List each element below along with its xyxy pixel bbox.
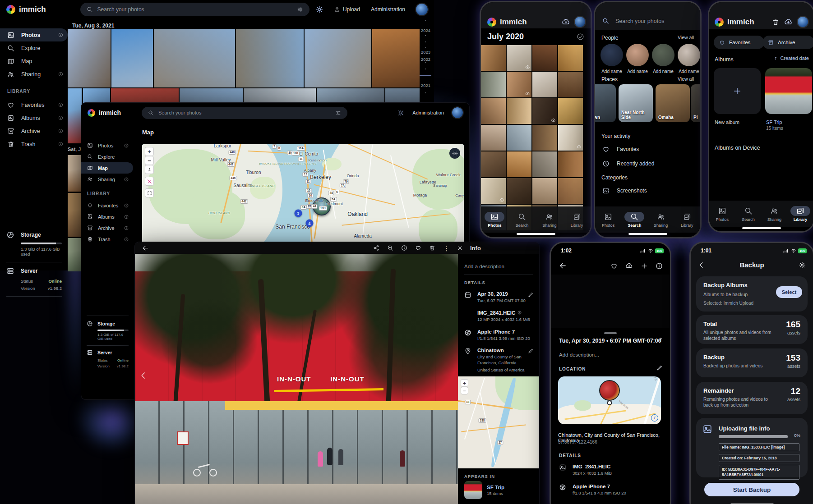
tab-photos[interactable]: Photos [481, 212, 508, 228]
photo-tile[interactable] [532, 178, 557, 204]
gear-icon[interactable] [799, 261, 806, 269]
place-card[interactable]: Near North Side [619, 84, 653, 122]
add-name-label[interactable]: Add name [678, 69, 700, 74]
album-link[interactable]: SF Trip 15 items [464, 481, 504, 499]
list-item-recently-added[interactable]: Recently added [595, 156, 700, 171]
avatar[interactable] [575, 17, 585, 27]
photo-tile[interactable] [481, 178, 506, 204]
administration-link[interactable]: Administration [371, 6, 405, 13]
sidebar-item-archive[interactable]: Archive [0, 124, 68, 137]
sidebar-item-explore[interactable]: Explore [81, 151, 133, 162]
upload-cloud-icon[interactable] [625, 262, 633, 270]
map-fullscreen-button[interactable] [145, 188, 154, 197]
add-icon[interactable] [641, 262, 648, 270]
list-item-screenshots[interactable]: Screenshots [595, 183, 700, 198]
detail-map[interactable]: 1828827 + − [458, 376, 539, 468]
photo-area[interactable] [551, 275, 670, 328]
info-icon[interactable] [124, 237, 129, 242]
edit-pencil-icon[interactable] [528, 292, 534, 298]
map-cluster-marker[interactable]: 3 [294, 209, 302, 217]
photo-tile[interactable] [532, 45, 557, 71]
theme-toggle-sun-icon[interactable] [397, 110, 404, 116]
map-zoom-in-button[interactable]: + [461, 379, 468, 387]
search-input[interactable]: Search your photos [142, 107, 347, 119]
person-face[interactable]: Add name [678, 44, 700, 74]
info-icon[interactable] [58, 128, 63, 133]
upload-button[interactable]: Upload [334, 6, 360, 13]
place-card[interactable]: natown [594, 84, 616, 122]
photo-tile[interactable] [68, 88, 82, 143]
sidebar-item-sharing[interactable]: Sharing [0, 68, 68, 81]
photo-tile[interactable] [558, 72, 583, 97]
person-face[interactable]: Add name [601, 44, 623, 74]
sidebar-item-photos[interactable]: Photos [81, 140, 133, 151]
photo-tile[interactable] [507, 72, 531, 97]
photo-tile[interactable] [507, 151, 531, 177]
photo-tile[interactable] [532, 151, 557, 177]
immich-logo[interactable]: immich [6, 5, 46, 14]
immich-logo[interactable]: immich [88, 109, 121, 117]
map-settings-button[interactable] [449, 148, 460, 159]
favorites-button[interactable]: Favorites [714, 36, 764, 49]
select-button[interactable]: Select [776, 286, 802, 298]
map-photo-marker[interactable] [599, 380, 620, 401]
photo-tile[interactable] [111, 29, 153, 87]
photo-tile[interactable] [481, 45, 506, 71]
tab-photos[interactable]: Photos [709, 206, 735, 222]
tab-sharing[interactable]: Sharing [536, 212, 564, 228]
theme-toggle-sun-icon[interactable] [316, 6, 323, 13]
search-input[interactable]: Search your photos [80, 3, 309, 16]
home-indicator[interactable] [742, 227, 781, 229]
tab-search[interactable]: Search [735, 206, 762, 222]
edit-pencil-icon[interactable] [528, 348, 534, 354]
tab-library[interactable]: Library [787, 206, 813, 222]
home-indicator[interactable] [628, 233, 667, 235]
back-chevron-icon[interactable] [698, 261, 705, 269]
tab-search[interactable]: Search [621, 212, 647, 228]
back-icon[interactable] [559, 262, 567, 270]
backup-cloud-icon[interactable] [562, 18, 570, 26]
map-locate-button[interactable] [145, 165, 154, 174]
map-info-icon[interactable]: i [651, 414, 658, 422]
search-input[interactable]: Search your photos [602, 18, 695, 24]
photo-tile[interactable] [558, 45, 583, 71]
add-name-label[interactable]: Add name [601, 69, 623, 74]
photo-tile[interactable] [180, 88, 243, 103]
photo-tile[interactable] [236, 29, 304, 87]
places-view-all-link[interactable]: View all [678, 76, 694, 82]
photo-tile[interactable] [372, 29, 420, 87]
photo-tile[interactable] [558, 98, 583, 124]
place-card[interactable]: Pi [691, 84, 702, 122]
photo-tile[interactable] [68, 193, 82, 237]
photo-tile[interactable] [481, 151, 506, 177]
sheet-drag-handle[interactable] [604, 332, 617, 334]
info-icon[interactable] [124, 215, 129, 219]
album-card-sf-trip[interactable] [765, 68, 812, 114]
photo-tile[interactable] [558, 178, 583, 204]
photo-tile[interactable] [111, 88, 179, 103]
map-draw-button[interactable] [145, 177, 154, 186]
sidebar-item-favorites[interactable]: Favorites [81, 200, 133, 211]
map-cluster-marker[interactable]: 4 [305, 220, 313, 227]
start-backup-button[interactable]: Start Backup [704, 483, 799, 496]
sidebar-item-albums[interactable]: Albums [0, 111, 68, 124]
sidebar-item-map[interactable]: Map [81, 162, 133, 174]
info-icon[interactable] [58, 102, 63, 107]
sidebar-item-albums[interactable]: Albums [81, 211, 133, 222]
prev-photo-chevron-icon[interactable] [139, 371, 148, 380]
tab-sharing[interactable]: Sharing [648, 212, 674, 228]
close-info-icon[interactable] [457, 245, 463, 251]
select-all-check-icon[interactable] [577, 33, 584, 41]
photo-tile[interactable] [558, 151, 583, 177]
edit-location-pencil-icon[interactable] [656, 365, 663, 371]
backup-cloud-icon[interactable] [784, 18, 793, 26]
archive-button[interactable]: Archive [762, 36, 813, 49]
info-icon[interactable] [401, 245, 407, 251]
photo-tile[interactable] [532, 72, 557, 97]
home-indicator[interactable] [517, 233, 555, 235]
add-name-label[interactable]: Add name [652, 69, 674, 74]
more-options-icon[interactable]: ⋮ [443, 245, 450, 252]
favorite-heart-icon[interactable] [415, 245, 421, 251]
photo-tile[interactable] [558, 125, 583, 151]
scrubber-position-indicator[interactable] [420, 75, 431, 76]
